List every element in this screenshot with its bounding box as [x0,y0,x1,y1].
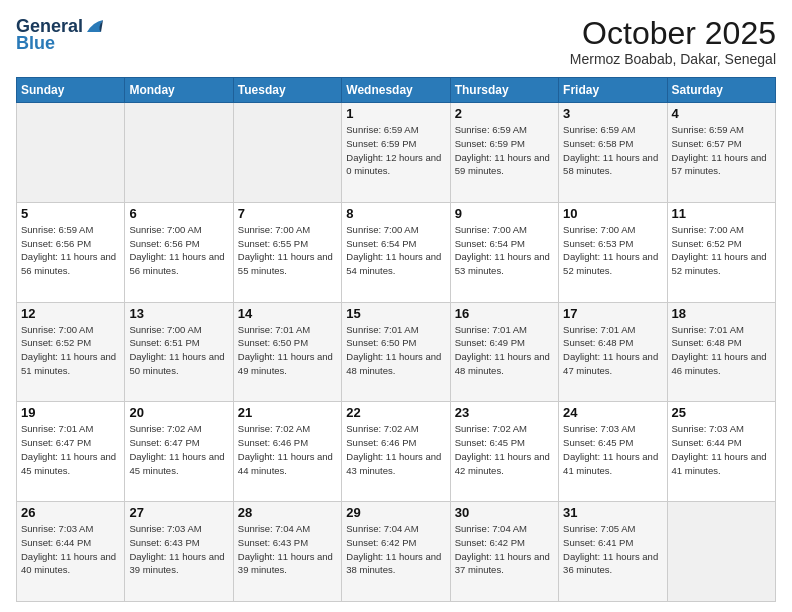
col-monday: Monday [125,78,233,103]
table-row: 18Sunrise: 7:01 AMSunset: 6:48 PMDayligh… [667,302,775,402]
calendar-week-row: 19Sunrise: 7:01 AMSunset: 6:47 PMDayligh… [17,402,776,502]
day-info: Sunrise: 7:00 AMSunset: 6:56 PMDaylight:… [129,223,228,278]
col-tuesday: Tuesday [233,78,341,103]
logo-bird-icon [85,18,107,36]
table-row: 11Sunrise: 7:00 AMSunset: 6:52 PMDayligh… [667,202,775,302]
day-info: Sunrise: 7:02 AMSunset: 6:45 PMDaylight:… [455,422,554,477]
day-number: 31 [563,505,662,520]
calendar-week-row: 1Sunrise: 6:59 AMSunset: 6:59 PMDaylight… [17,103,776,203]
day-info: Sunrise: 7:00 AMSunset: 6:53 PMDaylight:… [563,223,662,278]
day-info: Sunrise: 7:03 AMSunset: 6:43 PMDaylight:… [129,522,228,577]
table-row: 14Sunrise: 7:01 AMSunset: 6:50 PMDayligh… [233,302,341,402]
day-number: 20 [129,405,228,420]
calendar-week-row: 12Sunrise: 7:00 AMSunset: 6:52 PMDayligh… [17,302,776,402]
table-row: 4Sunrise: 6:59 AMSunset: 6:57 PMDaylight… [667,103,775,203]
day-info: Sunrise: 7:00 AMSunset: 6:51 PMDaylight:… [129,323,228,378]
day-info: Sunrise: 6:59 AMSunset: 6:56 PMDaylight:… [21,223,120,278]
table-row: 27Sunrise: 7:03 AMSunset: 6:43 PMDayligh… [125,502,233,602]
day-info: Sunrise: 6:59 AMSunset: 6:59 PMDaylight:… [346,123,445,178]
day-info: Sunrise: 7:04 AMSunset: 6:42 PMDaylight:… [346,522,445,577]
day-info: Sunrise: 7:03 AMSunset: 6:44 PMDaylight:… [672,422,771,477]
calendar-header-row: Sunday Monday Tuesday Wednesday Thursday… [17,78,776,103]
table-row: 13Sunrise: 7:00 AMSunset: 6:51 PMDayligh… [125,302,233,402]
day-number: 1 [346,106,445,121]
day-number: 19 [21,405,120,420]
location: Mermoz Boabab, Dakar, Senegal [570,51,776,67]
day-info: Sunrise: 7:03 AMSunset: 6:44 PMDaylight:… [21,522,120,577]
table-row: 17Sunrise: 7:01 AMSunset: 6:48 PMDayligh… [559,302,667,402]
day-number: 28 [238,505,337,520]
day-number: 4 [672,106,771,121]
day-number: 22 [346,405,445,420]
table-row: 3Sunrise: 6:59 AMSunset: 6:58 PMDaylight… [559,103,667,203]
day-info: Sunrise: 7:04 AMSunset: 6:43 PMDaylight:… [238,522,337,577]
day-number: 10 [563,206,662,221]
day-info: Sunrise: 7:01 AMSunset: 6:50 PMDaylight:… [238,323,337,378]
day-info: Sunrise: 7:01 AMSunset: 6:48 PMDaylight:… [672,323,771,378]
day-number: 14 [238,306,337,321]
day-number: 21 [238,405,337,420]
table-row: 26Sunrise: 7:03 AMSunset: 6:44 PMDayligh… [17,502,125,602]
day-info: Sunrise: 7:01 AMSunset: 6:47 PMDaylight:… [21,422,120,477]
day-number: 15 [346,306,445,321]
day-number: 2 [455,106,554,121]
table-row: 6Sunrise: 7:00 AMSunset: 6:56 PMDaylight… [125,202,233,302]
table-row: 5Sunrise: 6:59 AMSunset: 6:56 PMDaylight… [17,202,125,302]
day-number: 17 [563,306,662,321]
day-number: 25 [672,405,771,420]
day-number: 29 [346,505,445,520]
day-info: Sunrise: 7:02 AMSunset: 6:46 PMDaylight:… [346,422,445,477]
table-row: 21Sunrise: 7:02 AMSunset: 6:46 PMDayligh… [233,402,341,502]
col-wednesday: Wednesday [342,78,450,103]
table-row [667,502,775,602]
day-info: Sunrise: 7:00 AMSunset: 6:55 PMDaylight:… [238,223,337,278]
day-number: 13 [129,306,228,321]
day-number: 8 [346,206,445,221]
day-info: Sunrise: 6:59 AMSunset: 6:58 PMDaylight:… [563,123,662,178]
table-row: 25Sunrise: 7:03 AMSunset: 6:44 PMDayligh… [667,402,775,502]
logo-blue-text: Blue [16,33,55,54]
day-number: 24 [563,405,662,420]
calendar-week-row: 26Sunrise: 7:03 AMSunset: 6:44 PMDayligh… [17,502,776,602]
day-number: 30 [455,505,554,520]
table-row [17,103,125,203]
table-row: 20Sunrise: 7:02 AMSunset: 6:47 PMDayligh… [125,402,233,502]
day-number: 9 [455,206,554,221]
day-info: Sunrise: 7:00 AMSunset: 6:54 PMDaylight:… [455,223,554,278]
day-info: Sunrise: 6:59 AMSunset: 6:57 PMDaylight:… [672,123,771,178]
day-info: Sunrise: 7:01 AMSunset: 6:50 PMDaylight:… [346,323,445,378]
day-number: 5 [21,206,120,221]
table-row: 12Sunrise: 7:00 AMSunset: 6:52 PMDayligh… [17,302,125,402]
col-sunday: Sunday [17,78,125,103]
table-row: 22Sunrise: 7:02 AMSunset: 6:46 PMDayligh… [342,402,450,502]
title-section: October 2025 Mermoz Boabab, Dakar, Seneg… [570,16,776,67]
day-info: Sunrise: 7:00 AMSunset: 6:52 PMDaylight:… [672,223,771,278]
day-number: 18 [672,306,771,321]
table-row: 15Sunrise: 7:01 AMSunset: 6:50 PMDayligh… [342,302,450,402]
col-saturday: Saturday [667,78,775,103]
table-row: 1Sunrise: 6:59 AMSunset: 6:59 PMDaylight… [342,103,450,203]
day-info: Sunrise: 6:59 AMSunset: 6:59 PMDaylight:… [455,123,554,178]
table-row [233,103,341,203]
day-info: Sunrise: 7:00 AMSunset: 6:52 PMDaylight:… [21,323,120,378]
table-row: 23Sunrise: 7:02 AMSunset: 6:45 PMDayligh… [450,402,558,502]
day-info: Sunrise: 7:01 AMSunset: 6:49 PMDaylight:… [455,323,554,378]
day-number: 26 [21,505,120,520]
day-number: 7 [238,206,337,221]
table-row: 10Sunrise: 7:00 AMSunset: 6:53 PMDayligh… [559,202,667,302]
day-info: Sunrise: 7:02 AMSunset: 6:46 PMDaylight:… [238,422,337,477]
table-row: 30Sunrise: 7:04 AMSunset: 6:42 PMDayligh… [450,502,558,602]
day-number: 12 [21,306,120,321]
day-number: 16 [455,306,554,321]
table-row [125,103,233,203]
day-info: Sunrise: 7:04 AMSunset: 6:42 PMDaylight:… [455,522,554,577]
day-number: 6 [129,206,228,221]
table-row: 9Sunrise: 7:00 AMSunset: 6:54 PMDaylight… [450,202,558,302]
table-row: 28Sunrise: 7:04 AMSunset: 6:43 PMDayligh… [233,502,341,602]
day-info: Sunrise: 7:01 AMSunset: 6:48 PMDaylight:… [563,323,662,378]
header: General Blue October 2025 Mermoz Boabab,… [16,16,776,67]
day-info: Sunrise: 7:05 AMSunset: 6:41 PMDaylight:… [563,522,662,577]
day-number: 27 [129,505,228,520]
table-row: 19Sunrise: 7:01 AMSunset: 6:47 PMDayligh… [17,402,125,502]
calendar-table: Sunday Monday Tuesday Wednesday Thursday… [16,77,776,602]
